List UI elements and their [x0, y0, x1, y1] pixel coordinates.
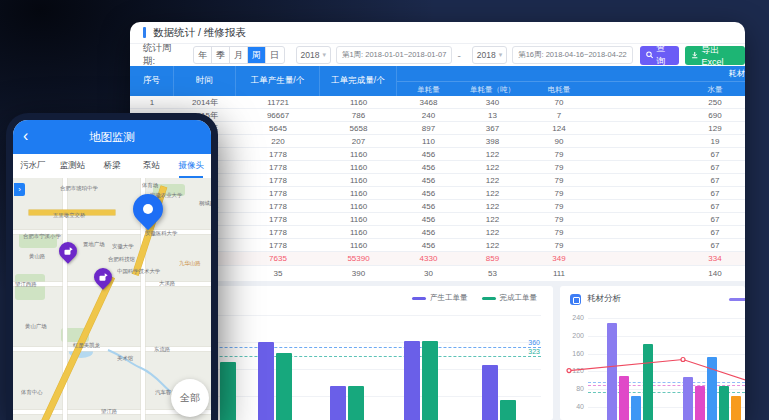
period-option-日[interactable]: 日: [266, 47, 284, 63]
bar-series-blue: [707, 357, 717, 420]
table-cell: 122: [460, 213, 525, 225]
table-cell: 456: [397, 213, 460, 225]
consumables-chart-title: 耗材分析: [587, 293, 621, 305]
bar-series-orange: [731, 396, 741, 420]
map-label: 黄山广场: [25, 323, 47, 331]
bar-series-green: [643, 344, 653, 420]
map-label: 红星美凯龙: [73, 342, 100, 350]
table-cell: 67: [593, 148, 745, 160]
end-week-range[interactable]: 第16周: 2018-04-16~2018-04-22: [512, 46, 633, 64]
show-all-button[interactable]: 全部: [171, 379, 209, 417]
table-cell: 1: [130, 96, 174, 108]
query-button-label: 查询: [656, 42, 673, 68]
tab-监测站[interactable]: 监测站: [53, 154, 93, 178]
reference-line-label: 360: [528, 339, 540, 346]
map-label: 九华山路: [179, 260, 201, 268]
table-cell: 1778: [236, 174, 320, 186]
map-expand-button[interactable]: ›: [14, 183, 25, 196]
chart-icon: [570, 294, 581, 305]
table-cell: 67: [593, 226, 745, 238]
sub-column-header: 单耗量: [397, 81, 460, 96]
table-cell: 340: [460, 96, 525, 108]
table-row: 12014年117211160346834070250: [130, 96, 745, 109]
y-axis-tick: 240: [560, 314, 584, 321]
table-cell: 122: [460, 148, 525, 160]
table-cell: 1160: [320, 239, 397, 251]
table-body: 12014年11721116034683407025022015年9666778…: [130, 96, 745, 281]
table-row: 102023年177811604561227967: [130, 213, 745, 226]
table-row: 52018年177811604561227967: [130, 148, 745, 161]
group-header: 耗材情况: [670, 68, 745, 79]
table-cell: 897: [397, 122, 460, 134]
table-cell: 220: [236, 135, 320, 147]
map[interactable]: 合肥市琥珀中学体育场安徽农业大学桐城路五里墩立交桥安徽医科大学合肥市宁溪小学置地…: [13, 178, 211, 420]
table-cell: 111: [525, 266, 593, 281]
map-label: 合肥市宁溪小学: [23, 233, 61, 241]
table-cell: 1160: [320, 96, 397, 108]
start-week-range[interactable]: 第1周: 2018-01-01~2018-01-07: [336, 46, 452, 64]
map-label: 望江路: [101, 408, 117, 416]
start-year-select[interactable]: 2018 ▾: [296, 46, 331, 64]
table-cell: 367: [460, 122, 525, 134]
table-cell: 122: [460, 187, 525, 199]
period-option-月[interactable]: 月: [230, 47, 248, 63]
breadcrumb-bar: 数据统计 / 维修报表: [130, 22, 745, 44]
map-label: 东流路: [154, 346, 170, 354]
table-row: 72020年177811604561227967: [130, 174, 745, 187]
map-label: 望江西路: [15, 281, 37, 289]
query-button[interactable]: 查询: [640, 46, 679, 65]
table-cell: 79: [525, 161, 593, 173]
table-cell: 140: [593, 266, 745, 281]
filter-label: 统计周期:: [143, 42, 181, 68]
period-segmented-control[interactable]: 年季月周日: [193, 46, 284, 64]
tab-桥梁[interactable]: 桥梁: [92, 154, 132, 178]
table-cell: 110: [397, 135, 460, 147]
table-cell: 122: [460, 200, 525, 212]
tab-泵站[interactable]: 泵站: [132, 154, 172, 178]
map-label: 体育场: [142, 182, 158, 190]
bar-series-purple: [607, 323, 617, 420]
export-excel-button[interactable]: 导出Excel: [685, 46, 745, 65]
table-cell: 67: [593, 200, 745, 212]
download-icon: [691, 51, 698, 59]
sub-column-header: 单耗量（吨）: [460, 81, 525, 96]
table-cell: 250: [593, 96, 745, 108]
tab-污水厂[interactable]: 污水厂: [13, 154, 53, 178]
filter-row: 统计周期: 年季月周日 2018 ▾ 第1周: 2018-01-01~2018-…: [130, 44, 745, 66]
bar-produced: [330, 386, 346, 420]
table-cell: 35: [236, 266, 320, 281]
legend-item: 产生工单量: [412, 293, 468, 303]
table-cell: 4330: [397, 252, 460, 265]
y-axis-tick: 200: [560, 332, 584, 339]
table-cell: 207: [320, 135, 397, 147]
table-cell: 456: [397, 200, 460, 212]
bar-produced: [258, 342, 274, 420]
export-button-label: 导出Excel: [702, 44, 739, 67]
table-cell: 79: [525, 187, 593, 199]
table-cell: 1778: [236, 226, 320, 238]
legend-swatch: [412, 297, 426, 300]
period-option-季[interactable]: 季: [212, 47, 230, 63]
end-year-select[interactable]: 2018 ▾: [472, 46, 507, 64]
table-cell: 1778: [236, 200, 320, 212]
bar-completed: [276, 353, 292, 420]
map-label: 安徽大学: [112, 243, 134, 251]
breadcrumb: 数据统计 / 维修报表: [153, 26, 246, 40]
table-cell: 70: [525, 96, 593, 108]
dashboard-card: 数据统计 / 维修报表 统计周期: 年季月周日 2018 ▾ 第1周: 2018…: [130, 22, 745, 420]
phone-title: 地图监测: [89, 130, 135, 145]
table-row: 22015年96667786240137690: [130, 109, 745, 122]
map-label: 安徽医科大学: [145, 230, 177, 238]
period-option-年[interactable]: 年: [194, 47, 212, 63]
back-icon[interactable]: ‹: [23, 126, 28, 146]
table-cell: 1778: [236, 239, 320, 251]
table-cell: 786: [320, 109, 397, 121]
column-header: 序号: [130, 66, 174, 96]
phone-header: ‹ 地图监测: [13, 120, 211, 154]
consumables-chart-header: 耗材分析: [570, 293, 621, 305]
table-cell: 122: [460, 239, 525, 251]
table-cell: 19: [593, 135, 745, 147]
bar-series-blue: [631, 396, 641, 420]
period-option-周[interactable]: 周: [248, 47, 266, 63]
tab-摄像头[interactable]: 摄像头: [171, 154, 211, 178]
